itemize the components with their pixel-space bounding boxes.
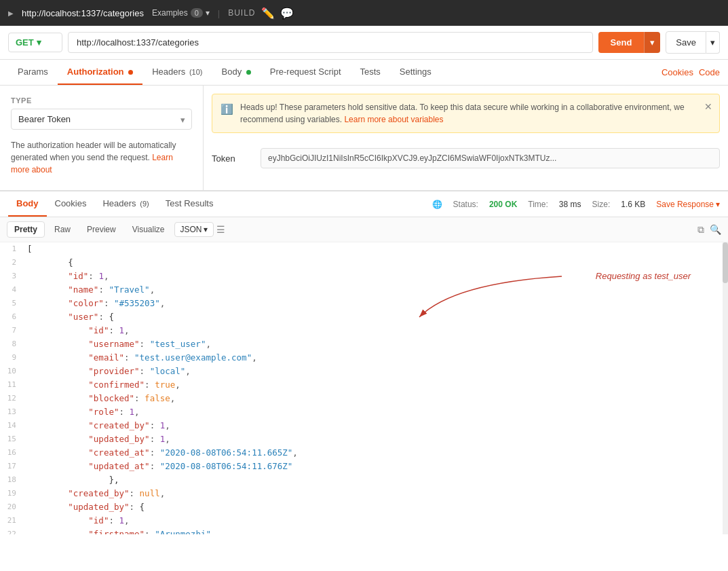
code-line-21: 21 "id": 1, [0,514,728,528]
resp-tab-testresults[interactable]: Test Results [157,191,222,217]
scrollbar-thumb[interactable] [723,242,728,283]
line-number: 18 [5,473,27,486]
tab-tests[interactable]: Tests [351,60,390,85]
auth-description: The authorization header will be automat… [11,139,192,176]
format-icon-button[interactable]: ☰ [216,224,225,235]
code-link[interactable]: Code [699,67,720,77]
chevron-down-icon: ▾ [37,37,41,48]
tab-params[interactable]: Params [8,60,58,85]
alert-close-button[interactable]: ✕ [704,101,712,112]
line-number: 1 [5,242,27,255]
line-content: }, [27,473,723,487]
code-line-4: 4 "name": "Travel", [0,283,728,297]
fmt-raw-button[interactable]: Raw [47,222,77,237]
build-button[interactable]: BUILD [228,8,255,18]
line-number: 17 [5,460,27,473]
line-number: 16 [5,446,27,459]
learn-more-variables-link[interactable]: Learn more about variables [344,115,443,124]
tab-headers[interactable]: Headers (10) [142,60,212,85]
line-content: "color": "#535203", [27,297,723,310]
auth-dot [128,70,133,75]
line-number: 10 [5,365,27,377]
copy-icon[interactable]: ⧉ [697,224,704,236]
response-area: 1[2 {3 "id": 1,4 "name": "Travel",5 "col… [0,242,728,534]
comment-icon[interactable]: 💬 [280,7,294,20]
type-label: TYPE [11,96,192,105]
line-content: "updated_at": "2020-08-08T06:54:11.676Z" [27,460,723,473]
search-icon[interactable]: 🔍 [710,224,721,236]
code-line-3: 3 "id": 1, [0,270,728,283]
save-dropdown[interactable]: ▾ [706,31,720,54]
globe-icon: 🌐 [432,200,442,209]
code-line-7: 7 "id": 1, [0,324,728,337]
cookies-link[interactable]: Cookies [662,67,693,77]
line-number: 5 [5,297,27,310]
line-content: "id": 1, [27,514,723,528]
fmt-visualize-button[interactable]: Visualize [126,222,172,237]
tab-prerequest[interactable]: Pre-request Script [261,60,351,85]
top-bar-actions: Examples 0 ▾ | BUILD ✏️ 💬 [152,7,294,20]
fmt-pretty-button[interactable]: Pretty [7,221,45,238]
line-number: 15 [5,432,27,445]
auth-right-panel: ℹ️ Heads up! These parameters hold sensi… [204,86,728,190]
line-number: 11 [5,378,27,391]
line-number: 12 [5,392,27,405]
chevron-down-icon: ▾ [206,8,210,18]
line-content: [ [27,242,723,256]
line-content: "confirmed": true, [27,378,723,392]
line-number: 9 [5,351,27,364]
line-content: "created_by": 1, [27,419,723,432]
resp-tab-headers[interactable]: Headers (9) [94,191,157,217]
resp-tab-body[interactable]: Body [8,191,47,217]
code-line-17: 17 "updated_at": "2020-08-08T06:54:11.67… [0,460,728,473]
chevron-down-icon: ▾ [204,225,208,234]
method-select[interactable]: GET ▾ [8,33,62,52]
fmt-preview-button[interactable]: Preview [80,222,123,237]
line-content: "provider": "local", [27,365,723,378]
line-content: "updated_by": 1, [27,432,723,446]
format-bar: Pretty Raw Preview Visualize JSON ▾ ☰ ⧉ … [0,217,728,242]
tab-authorization[interactable]: Authorization [58,60,142,85]
code-line-10: 10 "provider": "local", [0,365,728,378]
line-number: 8 [5,337,27,350]
code-line-16: 16 "created_at": "2020-08-08T06:54:11.66… [0,446,728,460]
line-content: "created_by": null, [27,487,723,500]
tab-right-links: Cookies Code [662,67,720,77]
line-number: 3 [5,270,27,282]
code-area[interactable]: 1[2 {3 "id": 1,4 "name": "Travel",5 "col… [0,242,728,534]
save-response-button[interactable]: Save Response ▾ [656,200,720,209]
token-label: Token [212,153,252,164]
line-content: { [27,256,723,270]
code-line-13: 13 "role": 1, [0,405,728,419]
send-button-group: Send ▾ [598,32,661,53]
top-bar-url: http://localhost:1337/categories [22,8,144,18]
code-line-5: 5 "color": "#535203", [0,297,728,310]
token-input[interactable] [261,148,720,168]
alert-icon: ℹ️ [221,102,233,117]
edit-icon[interactable]: ✏️ [261,7,275,20]
body-dot [246,70,251,75]
examples-button[interactable]: Examples 0 ▾ [152,8,210,18]
code-line-22: 22 "firstname": "Arunmozhi", [0,528,728,534]
url-input[interactable] [68,32,593,53]
line-content: "email": "test.user@example.com", [27,351,723,365]
response-status: 🌐 Status: 200 OK Time: 38 ms Size: 1.6 K… [432,200,720,209]
send-button[interactable]: Send [598,32,645,53]
response-tabs-bar: Body Cookies Headers (9) Test Results 🌐 … [0,191,728,217]
resp-tab-cookies[interactable]: Cookies [47,191,95,217]
code-line-11: 11 "confirmed": true, [0,378,728,392]
format-select[interactable]: JSON ▾ [174,222,214,237]
code-line-19: 19 "created_by": null, [0,487,728,500]
send-dropdown[interactable]: ▾ [644,32,660,53]
scrollbar-track[interactable] [723,242,728,534]
alert-box: ℹ️ Heads up! These parameters hold sensi… [212,94,720,133]
code-line-8: 8 "username": "test_user", [0,337,728,351]
line-number: 7 [5,324,27,337]
line-number: 21 [5,514,27,527]
tab-settings[interactable]: Settings [390,60,441,85]
save-button[interactable]: Save [666,31,706,54]
type-select[interactable]: Bearer Token No Auth API Key Basic Auth … [11,109,192,130]
tab-body[interactable]: Body [212,60,261,85]
line-number: 19 [5,487,27,500]
code-line-2: 2 { [0,256,728,270]
